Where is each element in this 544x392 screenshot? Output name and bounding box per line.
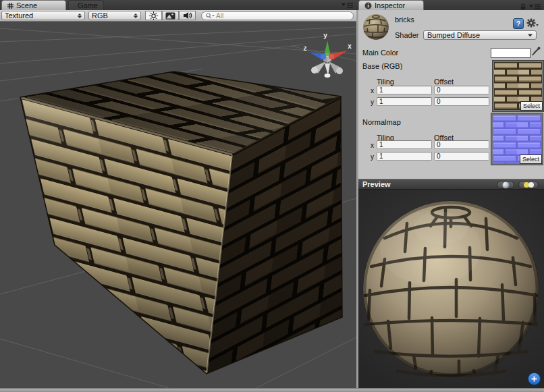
color-swatch[interactable] bbox=[491, 48, 531, 58]
scene-viewport[interactable]: y x z bbox=[0, 22, 356, 388]
y-row-label: y bbox=[371, 99, 374, 106]
panel-menu-icon[interactable] bbox=[342, 3, 354, 8]
plus-icon bbox=[531, 376, 537, 382]
normal-tiling-x-field[interactable] bbox=[377, 140, 432, 149]
tab-scene[interactable]: Scene bbox=[1, 0, 66, 10]
normal-offset-x-field[interactable] bbox=[434, 140, 489, 149]
tab-inspector[interactable]: i Inspector bbox=[358, 0, 424, 10]
panel-menu-icon[interactable] bbox=[529, 4, 541, 9]
x-row-label: x bbox=[371, 142, 374, 149]
tab-game[interactable]: Game bbox=[68, 0, 104, 10]
tab-scene-label: Scene bbox=[16, 1, 37, 9]
offset-label: Offset bbox=[434, 78, 454, 86]
base-tiling-y-field[interactable] bbox=[377, 97, 432, 106]
gizmo-z-label: z bbox=[304, 45, 307, 52]
color-mode-value: RGB bbox=[92, 11, 131, 20]
sphere-icon bbox=[502, 181, 510, 189]
draw-mode-dropdown[interactable]: Textured bbox=[1, 11, 85, 20]
updown-arrows-icon bbox=[134, 13, 138, 18]
preview-sphere bbox=[363, 201, 539, 376]
game-icon bbox=[74, 2, 75, 9]
tab-game-label: Game bbox=[78, 1, 98, 9]
audio-toggle-button[interactable] bbox=[179, 11, 196, 20]
material-preview-area[interactable] bbox=[358, 190, 544, 388]
preview-title: Preview bbox=[358, 180, 391, 188]
normal-tiling-y-field[interactable] bbox=[377, 152, 432, 161]
base-tiling-x-field[interactable] bbox=[377, 86, 432, 94]
base-texture-thumbnail[interactable]: Select bbox=[493, 61, 543, 111]
svg-text:i: i bbox=[367, 3, 369, 9]
normalmap-select-button[interactable]: Select bbox=[520, 155, 542, 164]
speaker-icon bbox=[183, 11, 192, 20]
color-mode-dropdown[interactable]: RGB bbox=[88, 11, 141, 20]
gizmo-y-label: y bbox=[323, 32, 327, 39]
base-texture-label: Base (RGB) bbox=[362, 62, 402, 70]
tab-inspector-label: Inspector bbox=[375, 1, 405, 9]
preview-header[interactable]: Preview bbox=[358, 179, 544, 190]
normalmap-texture-thumbnail[interactable]: Select bbox=[491, 113, 543, 165]
x-row-label: x bbox=[371, 87, 374, 94]
scene-search-field[interactable] bbox=[201, 11, 354, 20]
shader-label: Shader bbox=[395, 31, 418, 39]
inspector-info-icon: i bbox=[364, 2, 372, 9]
preview-shape-button[interactable] bbox=[497, 181, 514, 189]
draw-mode-value: Textured bbox=[5, 11, 75, 20]
y-row-label: y bbox=[371, 153, 374, 161]
search-icon bbox=[206, 13, 215, 19]
shader-dropdown[interactable]: Bumped Diffuse bbox=[423, 30, 537, 40]
normalmap-label: Normalmap bbox=[362, 118, 401, 126]
help-icon[interactable]: ? bbox=[513, 18, 524, 29]
search-input[interactable] bbox=[215, 11, 339, 20]
lighting-dots-icon bbox=[523, 181, 535, 188]
render-mode-button[interactable] bbox=[162, 11, 179, 20]
inspector-panel: bricks Shader Bumped Diffuse ? bbox=[358, 10, 544, 179]
base-offset-y-field[interactable] bbox=[434, 97, 489, 106]
lock-icon[interactable] bbox=[520, 3, 526, 10]
chevron-down-icon bbox=[528, 34, 533, 37]
base-select-button[interactable]: Select bbox=[520, 101, 543, 111]
preview-lighting-button[interactable] bbox=[518, 181, 539, 189]
gear-icon[interactable] bbox=[526, 18, 539, 29]
scene-toolbar: Textured RGB bbox=[0, 10, 356, 22]
material-thumbnail[interactable] bbox=[362, 13, 389, 40]
lighting-toggle-button[interactable] bbox=[145, 11, 162, 20]
scene-grid-icon bbox=[7, 3, 13, 9]
material-name: bricks bbox=[395, 16, 414, 24]
add-button[interactable] bbox=[528, 372, 541, 385]
eyedropper-icon[interactable] bbox=[531, 47, 541, 57]
unity-editor-window: Scene Game Textured RGB bbox=[0, 0, 544, 392]
window-bottom-edge bbox=[0, 388, 544, 392]
tiling-label: Tiling bbox=[377, 78, 394, 86]
base-offset-x-field[interactable] bbox=[434, 86, 489, 94]
sun-icon bbox=[149, 11, 158, 20]
updown-arrows-icon bbox=[78, 13, 82, 18]
main-color-label: Main Color bbox=[362, 49, 398, 57]
normal-offset-y-field[interactable] bbox=[434, 152, 489, 161]
gizmo-x-label: x bbox=[348, 43, 352, 50]
image-icon bbox=[165, 12, 175, 20]
shader-value: Bumped Diffuse bbox=[427, 31, 528, 39]
